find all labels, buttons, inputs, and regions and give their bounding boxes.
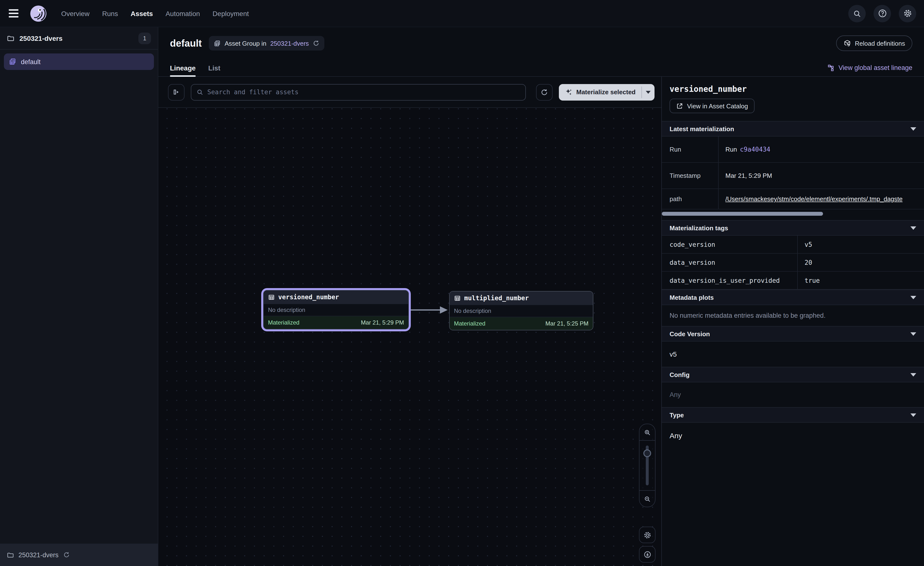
materialize-selected-button[interactable]: Materialize selected (559, 84, 641, 100)
panel-asset-title: versioned_number (670, 84, 916, 94)
asset-groups-sidebar: 250321-dvers 1 default 250321-dvers (0, 27, 158, 566)
section-metadata-plots[interactable]: Metadata plots (662, 289, 924, 305)
asset-name: multiplied_number (464, 294, 529, 302)
path-link[interactable]: /Users/smackesey/stm/code/elementl/exper… (725, 195, 903, 203)
section-label: Type (670, 411, 684, 418)
zoom-out-button[interactable] (639, 490, 655, 507)
nav-item-overview[interactable]: Overview (61, 9, 90, 17)
asset-status-row: Materialized Mar 21, 5:29 PM (264, 316, 408, 329)
section-label: Materialization tags (670, 224, 728, 232)
download-image-button[interactable] (639, 546, 656, 563)
search-input[interactable] (207, 89, 520, 96)
view-in-asset-catalog-button[interactable]: View in Asset Catalog (670, 99, 754, 113)
help-icon (878, 9, 887, 18)
horizontal-scrollbar[interactable] (662, 212, 823, 216)
external-link-icon (676, 102, 683, 110)
folder-icon (7, 551, 14, 558)
settings-button[interactable] (899, 5, 916, 22)
chevron-down-icon (910, 332, 916, 336)
nav-item-runs[interactable]: Runs (102, 9, 118, 17)
chevron-down-icon (910, 413, 916, 417)
lineage-canvas[interactable]: versioned_number No description Material… (158, 108, 662, 566)
reload-definitions-button[interactable]: Reload definitions (836, 35, 912, 51)
materialized-status: Materialized (268, 319, 299, 326)
run-id-link[interactable]: c9a40434 (740, 146, 770, 153)
materialize-selected-label: Materialize selected (576, 89, 636, 96)
table-icon (454, 295, 461, 301)
sidebar-item-default-group[interactable]: default (4, 53, 154, 70)
materialized-timestamp: Mar 21, 5:29 PM (361, 319, 404, 326)
asset-status-row: Materialized Mar 21, 5:25 PM (450, 317, 593, 330)
sparkle-icon (565, 88, 573, 96)
content-area: Materialize selected (158, 77, 924, 566)
asset-node-multiplied-number[interactable]: multiplied_number No description Materia… (449, 291, 593, 330)
tag-key: code_version (662, 236, 798, 253)
zoom-slider[interactable] (639, 441, 655, 490)
tag-key: data_version (662, 254, 798, 271)
help-button[interactable] (873, 5, 891, 22)
nav-item-automation[interactable]: Automation (166, 9, 200, 17)
main-area: default Asset Group in 250321-dvers Relo… (158, 27, 924, 566)
section-config[interactable]: Config (662, 367, 924, 382)
refresh-icon (63, 551, 70, 558)
tab-lineage[interactable]: Lineage (170, 59, 196, 76)
dagster-logo[interactable] (29, 4, 48, 23)
refresh-icon (313, 40, 320, 47)
zoom-in-button[interactable] (639, 424, 655, 441)
expand-sidebar-button[interactable] (168, 84, 184, 100)
tag-key: data_version_is_user_provided (662, 272, 798, 289)
search-icon (196, 89, 204, 96)
config-value: Any (662, 382, 924, 407)
metadata-plots-empty-text: No numeric metadata entries available to… (662, 305, 924, 326)
folder-icon (7, 34, 15, 42)
table-row: data_version 20 (662, 254, 924, 272)
section-type[interactable]: Type (662, 407, 924, 423)
chevron-down-icon (910, 373, 916, 376)
asset-node-versioned-number[interactable]: versioned_number No description Material… (263, 290, 409, 330)
view-global-asset-lineage-link[interactable]: View global asset lineage (827, 64, 912, 72)
sidebar-repo-row[interactable]: 250321-dvers 1 (0, 27, 158, 50)
tab-list[interactable]: List (208, 59, 220, 76)
chevron-down-icon (910, 296, 916, 299)
row-value: Run c9a40434 (718, 137, 924, 162)
materialized-status: Materialized (454, 320, 485, 327)
refresh-icon (540, 88, 548, 96)
asset-description: No description (264, 304, 408, 316)
zoom-out-icon (644, 495, 651, 503)
table-row: Run Run c9a40434 (662, 137, 924, 163)
materialize-dropdown-button[interactable] (642, 84, 654, 100)
lineage-graph-pane: Materialize selected (158, 77, 662, 566)
sidebar-item-label: default (21, 58, 40, 65)
table-row: Timestamp Mar 21, 5:29 PM (662, 163, 924, 189)
section-label: Metadata plots (670, 294, 714, 301)
section-latest-materialization[interactable]: Latest materialization (662, 121, 924, 137)
zoom-slider-thumb[interactable] (644, 449, 651, 457)
asset-group-badge: Asset Group in 250321-dvers (208, 36, 324, 51)
tag-value: v5 (798, 236, 924, 253)
badge-repo-link[interactable]: 250321-dvers (270, 39, 309, 47)
panel-expand-icon (172, 88, 180, 96)
search-button[interactable] (848, 5, 866, 22)
footer-repo-name: 250321-dvers (18, 551, 58, 558)
graph-settings-button[interactable] (639, 527, 656, 543)
tabs-row: Lineage List View global asset lineage (158, 59, 924, 77)
sidebar-footer: 250321-dvers (0, 543, 158, 566)
table-icon (268, 294, 275, 301)
row-key: Timestamp (662, 163, 718, 188)
lineage-graph-icon (827, 64, 835, 72)
section-code-version[interactable]: Code Version (662, 326, 924, 342)
badge-text: Asset Group in (225, 39, 266, 47)
asset-detail-panel: versioned_number View in Asset Catalog L… (662, 77, 924, 566)
refresh-graph-button[interactable] (536, 84, 552, 100)
nav-item-assets[interactable]: Assets (130, 9, 153, 17)
asset-node-header: multiplied_number (450, 292, 593, 305)
chevron-down-icon (910, 127, 916, 131)
materialize-selected-button-group: Materialize selected (559, 84, 654, 100)
section-materialization-tags[interactable]: Materialization tags (662, 220, 924, 236)
nav-item-deployment[interactable]: Deployment (213, 9, 249, 17)
menu-icon[interactable] (9, 8, 20, 19)
run-prefix: Run (725, 146, 737, 153)
asset-node-header: versioned_number (264, 291, 408, 304)
canvas-controls (639, 424, 656, 563)
latest-materialization-table: Run Run c9a40434 Timestamp Mar 21, 5:29 … (662, 137, 924, 209)
